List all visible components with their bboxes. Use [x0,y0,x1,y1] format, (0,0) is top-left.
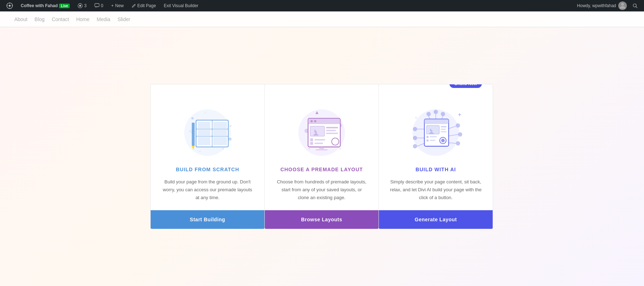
svg-rect-26 [198,122,210,128]
svg-text:▫: ▫ [205,111,206,115]
svg-rect-45 [326,133,338,134]
svg-point-54 [413,127,417,131]
howdy-text: Howdy, wpwithfahad [577,1,627,10]
nav-contact[interactable]: Contact [52,16,69,22]
ai-title: BUILD WITH AI [416,167,456,172]
svg-point-56 [413,144,417,148]
exit-builder-button[interactable]: Exit Visual Builder [161,0,201,11]
svg-rect-30 [213,137,227,145]
svg-text:▲: ▲ [314,109,319,115]
svg-point-1 [9,5,10,6]
svg-point-17 [229,138,231,140]
svg-point-9 [621,3,624,6]
cards-container: ◁ ✕ ▫ ✦ ▫▫ [150,84,494,229]
avatar [618,1,627,10]
browse-layouts-button[interactable]: Browse Layouts [265,210,379,229]
svg-rect-78 [441,126,447,127]
premade-illustration: ▲ ✦ ✕ [286,95,357,159]
svg-rect-43 [326,127,338,128]
scratch-illustration: ◁ ✕ ▫ ✦ ▫▫ [172,95,243,159]
svg-point-83 [426,139,429,142]
svg-point-39 [311,120,313,122]
svg-point-40 [314,120,316,122]
svg-line-11 [636,7,638,8]
svg-rect-49 [314,143,323,144]
wp-logo[interactable] [4,0,16,11]
premade-title: CHOOSE A PREMADE LAYOUT [280,167,363,172]
svg-text:▫▫: ▫▫ [199,150,201,153]
admin-bar: Coffee with Fahad Live 3 0 + New Edit Pa… [0,0,644,11]
svg-rect-52 [316,149,328,151]
ai-illustration: + + [400,95,472,159]
svg-rect-27 [198,130,210,135]
svg-rect-51 [319,147,324,149]
svg-point-57 [456,123,460,128]
svg-point-7 [79,5,81,6]
svg-point-58 [458,132,462,137]
svg-rect-82 [430,136,437,137]
scratch-title: BUILD FROM SCRATCH [176,167,239,172]
nav-slider[interactable]: Slider [117,16,130,22]
live-badge: Live [59,4,70,8]
svg-text:✕: ✕ [229,124,232,128]
admin-search-icon[interactable] [630,0,640,11]
admin-bar-right: Howdy, wpwithfahad [577,0,640,11]
svg-rect-84 [430,140,435,141]
svg-rect-47 [314,139,325,140]
nav-bar: About Blog Contact Home Media Slider [0,11,644,27]
scratch-desc: Build your page from the ground up. Don'… [161,178,254,202]
svg-point-67 [434,110,438,114]
svg-rect-28 [198,137,210,145]
brand-new-badge: Brand New [449,84,482,88]
svg-text:✦: ✦ [339,147,341,151]
svg-point-55 [413,136,417,140]
comment-count[interactable]: 0 [92,0,106,11]
svg-rect-80 [441,131,447,132]
svg-text:+: + [415,116,417,120]
svg-point-10 [633,4,636,7]
main-content: ◁ ✕ ▫ ✦ ▫▫ [0,27,644,286]
svg-point-66 [426,112,431,116]
start-building-button[interactable]: Start Building [151,210,264,229]
nav-about[interactable]: About [14,16,28,22]
generate-layout-button[interactable]: Generate Layout [379,210,493,229]
nav-blog[interactable]: Blog [35,16,45,22]
svg-point-86 [441,139,445,142]
premade-layout-card: ▲ ✦ ✕ [264,84,379,229]
svg-text:✦: ✦ [222,147,224,151]
premade-desc: Choose from hundreds of premade layouts,… [275,178,368,202]
svg-rect-46 [310,138,313,141]
new-button[interactable]: + New [108,0,127,11]
svg-text:✕: ✕ [308,147,311,151]
svg-rect-38 [308,118,340,124]
svg-text:+: + [458,112,461,118]
site-name[interactable]: Coffee with Fahad Live [18,0,73,11]
svg-rect-48 [310,142,313,145]
svg-rect-75 [424,119,449,124]
svg-rect-24 [192,123,195,146]
edit-page-button[interactable]: Edit Page [129,0,159,11]
svg-point-81 [426,136,429,138]
svg-rect-8 [95,4,99,7]
view-count[interactable]: 3 [75,0,89,11]
svg-point-59 [456,141,460,146]
nav-home[interactable]: Home [76,16,89,22]
nav-media[interactable]: Media [97,16,110,22]
svg-point-68 [441,112,445,116]
svg-rect-44 [326,130,336,131]
svg-rect-29 [213,122,227,135]
build-with-ai-card: Brand New [379,84,493,229]
build-from-scratch-card: ◁ ✕ ▫ ✦ ▫▫ [150,84,265,229]
svg-point-13 [191,117,194,119]
svg-rect-79 [441,129,446,130]
ai-desc: Simply describe your page content, sit b… [390,178,482,202]
